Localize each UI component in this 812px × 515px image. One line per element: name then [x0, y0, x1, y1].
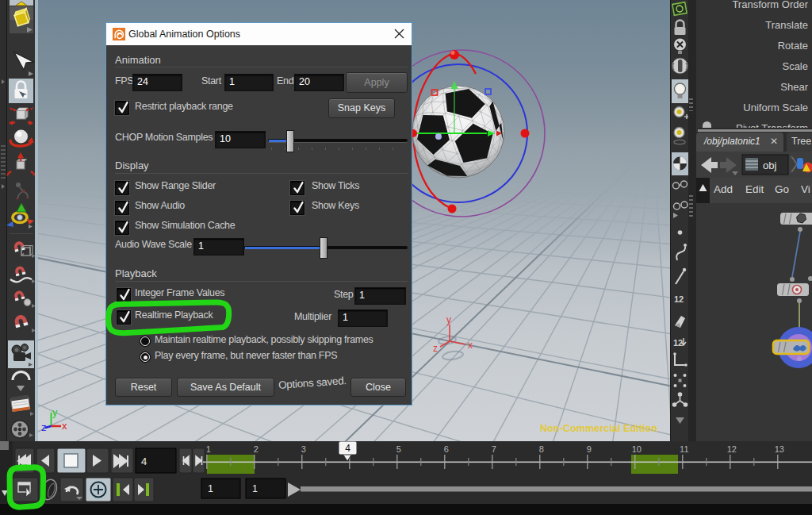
svg-text:y: y [446, 314, 451, 325]
svg-text:10: 10 [632, 444, 642, 454]
svg-text:5: 5 [396, 444, 401, 454]
svg-text:12: 12 [674, 294, 684, 304]
svg-text:1: 1 [208, 483, 213, 494]
svg-text:obj: obj [763, 159, 776, 171]
svg-text:11: 11 [680, 444, 688, 454]
svg-text:1: 1 [252, 483, 258, 494]
svg-text:4: 4 [141, 455, 147, 467]
svg-text:z: z [433, 343, 438, 354]
svg-text:8: 8 [539, 444, 544, 454]
svg-text:x: x [62, 420, 67, 432]
svg-text:6: 6 [444, 444, 449, 454]
svg-text:12: 12 [727, 444, 737, 454]
svg-text:x: x [468, 340, 473, 351]
svg-text:1: 1 [206, 444, 211, 454]
svg-text:z: z [41, 421, 47, 433]
svg-text:7: 7 [492, 444, 496, 454]
svg-text:4: 4 [345, 443, 350, 454]
svg-text:3: 3 [301, 444, 306, 454]
svg-text:13: 13 [775, 444, 784, 454]
svg-text:2: 2 [254, 444, 259, 454]
svg-text:y: y [52, 406, 58, 418]
svg-text:9: 9 [587, 444, 592, 454]
